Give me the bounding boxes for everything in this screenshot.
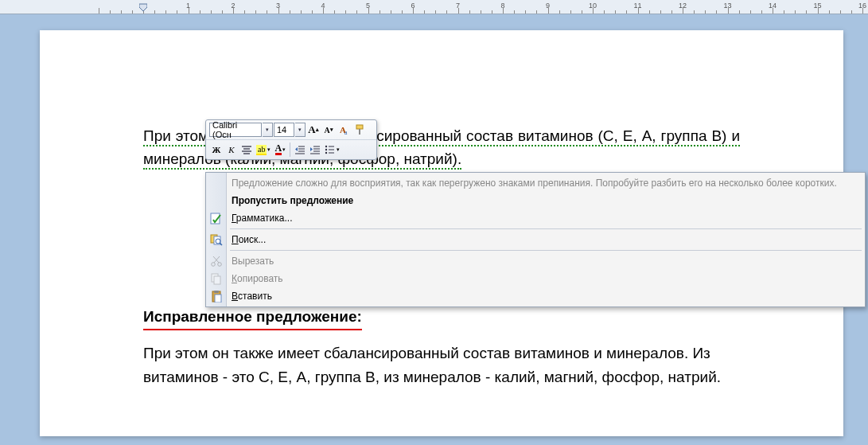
highlight-button[interactable]: ab▾ (255, 142, 272, 158)
copy-icon (209, 271, 224, 286)
grammar-check-icon (209, 211, 224, 225)
ruler-number: 8 (500, 2, 504, 10)
align-center-button[interactable] (239, 142, 254, 158)
ruler-number: 6 (411, 2, 415, 10)
ruler-number: 7 (456, 2, 460, 10)
paragraph-2[interactable]: При этом он также имеет сбалансированный… (143, 342, 740, 388)
change-style-button[interactable]: Aa (337, 122, 352, 138)
svg-marker-0 (139, 4, 147, 11)
ruler-number: 12 (679, 2, 687, 10)
ruler-number: 3 (276, 2, 280, 10)
ruler-number: 15 (813, 2, 821, 10)
menu-grammar[interactable]: Грамматика... (206, 209, 865, 227)
menu-separator-2 (230, 250, 862, 251)
horizontal-ruler: 1234567891011121314151617 (0, 0, 868, 14)
svg-rect-38 (214, 291, 219, 293)
ruler-number: 13 (723, 2, 731, 10)
svg-line-33 (214, 256, 220, 263)
ruler-number: 1 (186, 2, 190, 10)
shrink-font-button[interactable]: A▾ (321, 122, 336, 138)
toolbar-separator (290, 142, 290, 157)
svg-text:a: a (344, 129, 348, 136)
first-line-indent-marker[interactable] (139, 1, 147, 7)
font-size-combo[interactable]: 14 (274, 123, 294, 137)
svg-rect-36 (214, 276, 220, 284)
scissors-icon (209, 254, 224, 268)
svg-point-20 (325, 146, 327, 147)
menu-separator-1 (230, 228, 862, 229)
search-icon (209, 232, 224, 247)
ruler-number: 16 (858, 2, 866, 10)
grammar-context-menu: Предложение сложно для восприятия, так к… (205, 172, 866, 307)
increase-indent-button[interactable] (308, 142, 322, 158)
clipboard-icon (209, 289, 224, 303)
corrected-heading: Исправленное предложение: (143, 305, 362, 330)
align-center-icon (241, 145, 252, 154)
ruler-number: 2 (231, 2, 235, 10)
svg-rect-5 (359, 129, 360, 135)
menu-paste[interactable]: Вставить (206, 287, 865, 305)
menu-cut: Вырезать (206, 252, 865, 270)
mini-toolbar: Calibri (Осн ▾ 14 ▾ A▴ A▾ Aa Ж К ab▾ A▾ (205, 119, 377, 160)
ruler-number: 14 (769, 2, 777, 10)
quick-styles-icon: Aa (338, 123, 351, 136)
font-name-dropdown[interactable]: ▾ (263, 123, 273, 137)
svg-rect-4 (356, 125, 363, 129)
font-color-button[interactable]: A▾ (273, 142, 287, 158)
ruler-number: 10 (589, 2, 597, 10)
svg-marker-19 (310, 147, 313, 151)
svg-rect-39 (215, 295, 221, 303)
menu-skip-sentence[interactable]: Пропустить предложение (206, 192, 865, 209)
svg-marker-14 (295, 147, 298, 151)
increase-indent-icon (309, 145, 321, 154)
bullet-list-icon (325, 145, 336, 154)
svg-point-24 (325, 152, 327, 154)
format-painter-icon (355, 124, 366, 135)
grow-font-button[interactable]: A▴ (306, 122, 321, 138)
menu-suggestion-text: Предложение сложно для восприятия, так к… (206, 174, 865, 192)
ruler-number: 5 (366, 2, 370, 10)
svg-point-22 (325, 149, 327, 150)
font-name-combo[interactable]: Calibri (Осн (209, 123, 262, 137)
svg-point-32 (218, 263, 222, 267)
italic-button[interactable]: К (224, 142, 239, 158)
menu-copy: Копировать (206, 270, 865, 287)
format-painter-button[interactable] (353, 122, 368, 138)
bold-button[interactable]: Ж (209, 142, 224, 158)
decrease-indent-button[interactable] (293, 142, 307, 158)
font-size-dropdown[interactable]: ▾ (295, 123, 306, 137)
decrease-indent-icon (294, 145, 306, 154)
svg-line-34 (213, 256, 219, 263)
ruler-number: 4 (321, 2, 325, 10)
ruler-number: 9 (546, 2, 550, 10)
svg-line-30 (220, 243, 222, 245)
menu-search[interactable]: Поиск... (206, 231, 865, 248)
ruler-number: 11 (633, 2, 641, 10)
svg-point-31 (212, 263, 216, 267)
bullets-button[interactable]: ▾ (323, 142, 341, 158)
